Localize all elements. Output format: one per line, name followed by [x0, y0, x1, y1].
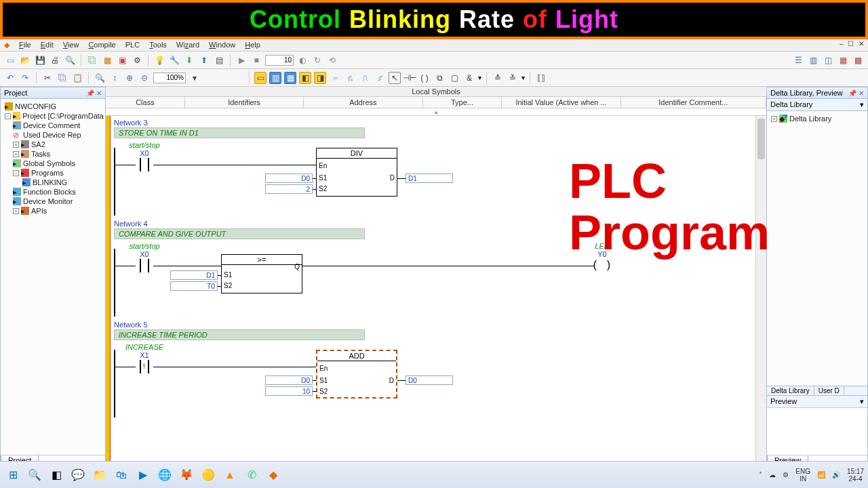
net4-s1-val[interactable]: D1: [170, 270, 218, 280]
align1-icon[interactable]: ≛: [492, 72, 504, 84]
col-initial[interactable]: Initial Value (Active when ...: [502, 97, 620, 108]
delta-tree[interactable]: +◆Delta Library: [767, 111, 867, 386]
menu-tools[interactable]: Tools: [149, 41, 167, 49]
view4-icon[interactable]: ▦: [837, 54, 849, 66]
menu-plc[interactable]: PLC: [125, 41, 140, 49]
contact-icon[interactable]: ⊣⊢: [403, 72, 416, 84]
run-icon[interactable]: ▶: [235, 54, 248, 66]
store-icon[interactable]: 🛍: [113, 466, 130, 484]
col-address[interactable]: Address: [304, 97, 422, 108]
tray-volume-icon[interactable]: 🔊: [832, 471, 840, 479]
taskview-icon[interactable]: ◧: [47, 466, 65, 484]
find-icon[interactable]: 🔍: [94, 72, 106, 84]
system-tray[interactable]: ˄ ☁ ⚙ ENGIN 📶 🔊 15:1724-4: [759, 468, 864, 483]
movies-icon[interactable]: ▶: [134, 466, 152, 484]
paste-icon[interactable]: 📋: [71, 72, 83, 84]
print-icon[interactable]: 🖨: [49, 54, 61, 66]
zoomout-icon[interactable]: ⊖: [138, 72, 151, 84]
view3-icon[interactable]: ◫: [822, 54, 834, 66]
download-icon[interactable]: ⬇: [183, 54, 195, 66]
tree-blinking[interactable]: ▸BLINKING: [2, 178, 104, 187]
tree-function-blocks[interactable]: ▸Function Blocks: [2, 187, 104, 197]
tree-tasks[interactable]: +▸Tasks: [2, 149, 104, 159]
goto-icon[interactable]: ↕: [108, 72, 121, 84]
net3-s1-val[interactable]: D0: [265, 174, 313, 183]
edge-icon[interactable]: 🌐: [156, 466, 174, 484]
monitor-icon[interactable]: ▣: [116, 54, 128, 66]
net5-s2-val[interactable]: 10: [265, 386, 313, 396]
ld3-icon[interactable]: ▦: [284, 72, 296, 84]
and-icon[interactable]: &: [463, 72, 475, 84]
col-type[interactable]: Type...: [423, 97, 502, 108]
tree-global-symbols[interactable]: ▸Global Symbols: [2, 159, 104, 168]
net4-contact-x0[interactable]: [134, 259, 155, 272]
net3-d-val[interactable]: D1: [406, 174, 453, 183]
zoom-drop-icon[interactable]: ▾: [189, 72, 201, 84]
tree-device-comment[interactable]: ▸Device Comment: [2, 121, 104, 130]
cmp-icon[interactable]: ⧉: [433, 72, 446, 84]
net3-contact-x0[interactable]: [134, 158, 155, 171]
tray-settings-icon[interactable]: ⚙: [783, 471, 789, 479]
ld5-icon[interactable]: ◨: [314, 72, 326, 84]
network-5[interactable]: Network 5 INCREASE TIME PERIOD INCREASEX…: [114, 321, 766, 418]
col-comment[interactable]: Identifier Comment...: [621, 97, 766, 108]
tree-device-monitor[interactable]: ▸Device Monitor: [2, 197, 104, 206]
tree-used-device[interactable]: ⊘Used Device Rep: [2, 130, 104, 140]
tab-user-d[interactable]: User D: [814, 386, 844, 395]
save-icon[interactable]: 💾: [34, 54, 46, 66]
start-icon[interactable]: ⊞: [4, 466, 22, 484]
col-identifiers[interactable]: Identifiers: [185, 97, 304, 108]
net3-s2-val[interactable]: 2: [265, 184, 313, 194]
online-icon[interactable]: ◐: [296, 54, 309, 66]
ld2-icon[interactable]: ▥: [269, 72, 281, 84]
preview-icon[interactable]: 🔍: [64, 54, 76, 66]
tree-programs[interactable]: −▸Programs: [2, 168, 104, 178]
tray-cloud-icon[interactable]: ☁: [769, 471, 776, 479]
tree-project[interactable]: −▸Project [C:\ProgramData: [2, 111, 104, 121]
menu-wizard[interactable]: Wizard: [176, 41, 199, 49]
search-icon[interactable]: 🔍: [26, 466, 43, 484]
project-tree[interactable]: ▸NWCONFIG −▸Project [C:\ProgramData ▸Dev…: [1, 99, 105, 218]
tree-nwconfig[interactable]: ▸NWCONFIG: [2, 102, 104, 111]
coil-icon[interactable]: ( ): [418, 72, 431, 84]
stop-icon[interactable]: ■: [250, 54, 262, 66]
menu-edit[interactable]: Edit: [41, 41, 54, 49]
app-taskbar-icon[interactable]: ◆: [264, 466, 282, 484]
menu-view[interactable]: View: [63, 41, 79, 49]
cursor-icon[interactable]: ↖: [389, 72, 401, 84]
ld4-icon[interactable]: ◧: [299, 72, 311, 84]
chrome-icon[interactable]: 🟡: [199, 466, 217, 484]
project-icon[interactable]: ⿻: [86, 54, 98, 66]
compile-icon[interactable]: ⚙: [131, 54, 143, 66]
ladder-editor[interactable]: Network 3 STORE ON TIME IN D1 start/stop…: [106, 116, 766, 466]
menu-help[interactable]: Help: [245, 41, 260, 49]
chat-icon[interactable]: 💬: [69, 466, 87, 484]
undo-icon[interactable]: ↶: [4, 72, 16, 84]
view5-icon[interactable]: ▩: [852, 54, 864, 66]
chip-icon[interactable]: ▤: [213, 54, 225, 66]
tab-delta-library[interactable]: Delta Library: [767, 386, 814, 395]
menu-window[interactable]: Window: [209, 41, 235, 49]
preview-strip[interactable]: Preview ▾: [767, 395, 867, 407]
net5-s1-val[interactable]: D0: [265, 375, 313, 385]
fb-icon[interactable]: ▢: [448, 72, 460, 84]
network-4[interactable]: Network 4 COMPARE AND GIVE OUTPUT start/…: [114, 220, 766, 317]
explorer-icon[interactable]: 📁: [91, 466, 108, 484]
cut-icon[interactable]: ✂: [41, 72, 54, 84]
zoomin-icon[interactable]: ⊕: [123, 72, 136, 84]
refresh-icon[interactable]: ↻: [311, 54, 323, 66]
panel-pin-icon[interactable]: 📌 ✕: [86, 89, 102, 97]
tree-apis[interactable]: +▸APIs: [2, 206, 104, 216]
delta-lib-root[interactable]: +◆Delta Library: [768, 114, 866, 123]
tool-icon[interactable]: 🔧: [168, 54, 180, 66]
firefox-icon[interactable]: 🦊: [178, 466, 195, 484]
zoom-input[interactable]: [153, 73, 186, 83]
net4-coil-y0[interactable]: ( ): [592, 260, 612, 272]
tray-wifi-icon[interactable]: 📶: [817, 471, 825, 479]
menu-compile[interactable]: Compile: [88, 41, 115, 49]
upload-icon[interactable]: ⬆: [198, 54, 210, 66]
redo-icon[interactable]: ↷: [19, 72, 31, 84]
net3-div-block[interactable]: DIV En S1 S2 D: [316, 148, 397, 197]
tray-chevron-icon[interactable]: ˄: [759, 471, 762, 479]
delta-strip[interactable]: Delta Library ▾: [767, 99, 867, 111]
